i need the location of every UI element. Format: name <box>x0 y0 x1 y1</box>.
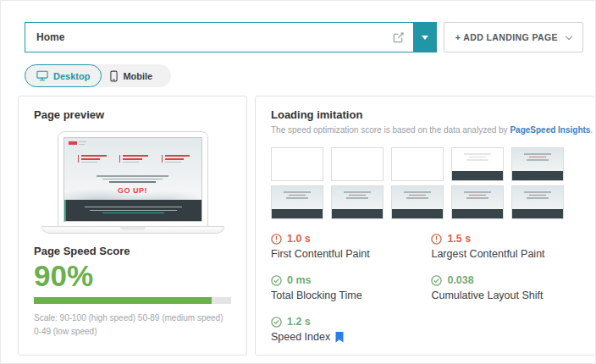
loading-thumbnail <box>391 147 444 181</box>
loading-thumbnail <box>451 147 504 181</box>
metric-label: First Contentful Paint <box>271 248 370 260</box>
bookmark-icon[interactable] <box>335 332 344 343</box>
mobile-icon <box>110 70 118 82</box>
laptop-mockup: GO UP! <box>34 131 231 234</box>
device-toggle: Desktop Mobile <box>25 64 171 87</box>
loading-thumbnail <box>271 185 323 219</box>
status-icon <box>431 275 442 286</box>
add-landing-page-label: + ADD LANDING PAGE <box>455 32 558 42</box>
landing-page-selector: Home <box>25 22 437 52</box>
page-speed-dashboard: Home + ADD LANDING PAGE <box>0 0 596 364</box>
metric-value: 1.5 s <box>447 233 471 245</box>
metric: 0.038 Cumulative Layout Shift <box>431 274 593 301</box>
device-toggle-row: Desktop Mobile <box>1 52 595 87</box>
page-speed-score-title: Page Speed Score <box>34 245 231 257</box>
status-icon <box>431 234 442 245</box>
metric-label: Largest Contentful Paint <box>431 248 544 260</box>
status-icon <box>271 275 282 286</box>
metric-label: Total Blocking Time <box>271 290 362 301</box>
pagespeed-insights-link[interactable]: PageSpeed Insights <box>510 125 590 135</box>
page-speed-score-value: 90% <box>34 259 231 293</box>
thumbnails-grid <box>271 147 593 219</box>
laptop-screen-bezel: GO UP! <box>58 131 208 227</box>
metric: 1.2 s Speed Index <box>271 316 417 343</box>
score-progress-bar <box>34 297 231 304</box>
loading-imitation-subtitle: The speed optimization score is based on… <box>271 125 593 135</box>
main-content: Page preview GO UP! <box>1 87 595 356</box>
metric-label: Speed Index <box>271 331 330 343</box>
selected-page-name: Home <box>36 31 392 43</box>
toggle-mobile-label: Mobile <box>123 71 152 81</box>
add-landing-page-button[interactable]: + ADD LANDING PAGE <box>444 22 583 52</box>
score-scale-note: Scale: 90-100 (high speed) 50-89 (medium… <box>34 312 231 338</box>
preview-screenshot: GO UP! <box>63 137 202 222</box>
loading-imitation-card: Loading imitation The speed optimization… <box>255 96 596 356</box>
loading-thumbnail <box>511 185 564 219</box>
loading-thumbnail <box>271 147 323 181</box>
metric-value: 0 ms <box>287 274 312 286</box>
metric: 0 ms Total Blocking Time <box>271 274 417 301</box>
page-preview-title: Page preview <box>34 108 231 121</box>
metric: 1.5 s Largest Contentful Paint <box>431 233 593 260</box>
metric: 1.0 s First Contentful Paint <box>271 233 417 260</box>
preview-logo <box>69 141 77 145</box>
desktop-icon <box>36 70 48 81</box>
preview-footer <box>64 200 201 221</box>
header: Home + ADD LANDING PAGE <box>1 1 595 52</box>
toggle-desktop-label: Desktop <box>53 71 90 81</box>
page-select-dropdown-button[interactable] <box>413 22 437 52</box>
page-preview-card: Page preview GO UP! <box>18 96 247 356</box>
status-icon <box>271 234 282 245</box>
loading-imitation-title: Loading imitation <box>271 108 593 121</box>
toggle-desktop[interactable]: Desktop <box>25 64 102 87</box>
preview-mountains <box>64 181 201 201</box>
loading-thumbnail <box>511 147 564 181</box>
subtitle-period: . <box>590 125 593 135</box>
metric-value: 1.0 s <box>287 233 311 245</box>
subtitle-text: The speed optimization score is based on… <box>271 125 510 135</box>
metric-label: Cumulative Layout Shift <box>431 290 543 301</box>
status-icon <box>271 317 282 328</box>
laptop-base <box>41 226 224 234</box>
metric-value: 1.2 s <box>287 316 311 328</box>
metric-value: 0.038 <box>447 274 473 286</box>
loading-thumbnail <box>451 185 504 219</box>
loading-thumbnail <box>331 185 384 219</box>
edit-page-icon[interactable] <box>392 31 405 44</box>
preview-columns <box>78 155 193 163</box>
chevron-down-icon <box>566 32 572 39</box>
page-select-field[interactable]: Home <box>25 22 413 52</box>
score-bar-fill <box>34 297 212 304</box>
loading-thumbnail <box>331 147 384 181</box>
metrics-grid: 1.0 s First Contentful Paint 1.5 s Large… <box>271 233 593 343</box>
toggle-mobile[interactable]: Mobile <box>102 64 161 87</box>
chevron-down-icon <box>422 36 428 40</box>
loading-thumbnail <box>391 185 444 219</box>
